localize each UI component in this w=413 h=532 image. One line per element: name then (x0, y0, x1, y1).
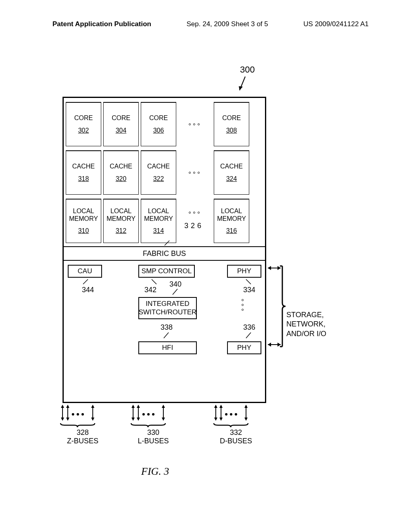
dots-icon (189, 123, 200, 125)
bottom-region: CAU 344 SMP CONTROL 342 340 INTEGR (64, 261, 265, 402)
svg-line-2 (165, 241, 169, 245)
memory-l2: MEMORY (217, 215, 246, 222)
core-label: CORE (222, 114, 241, 122)
cache-label: CACHE (220, 163, 243, 170)
z-bus-label: Z-BUSES (56, 437, 109, 445)
ref-314: 314 (153, 227, 164, 235)
header-center: Sep. 24, 2009 Sheet 3 of 5 (187, 20, 268, 28)
memory-l2: MEMORY (69, 215, 98, 222)
svg-marker-13 (268, 343, 271, 347)
memory-l1: LOCAL (73, 208, 94, 214)
svg-marker-10 (268, 266, 271, 270)
svg-marker-30 (137, 405, 140, 408)
header-right: US 2009/0241122 A1 (303, 20, 369, 28)
ref-324: 324 (226, 175, 237, 183)
dots-icon (142, 413, 154, 416)
memory-l2: MEMORY (144, 215, 173, 222)
hfi-label: HFI (162, 344, 173, 352)
z-bus-group: 328 Z-BUSES (56, 403, 109, 445)
arrow-300-icon (238, 77, 250, 97)
ref-334: 334 (243, 286, 255, 294)
svg-line-4 (152, 279, 156, 284)
figure-3-diagram: 300 CORE 302 CORE 304 CORE 306 CORE (48, 52, 359, 496)
ref-340: 340 (169, 280, 181, 289)
phy-bot-box: PHY (227, 341, 261, 354)
memory-label: LOCAL MEMORY (106, 208, 136, 222)
bus-ellipsis (72, 409, 84, 418)
svg-line-6 (164, 332, 169, 338)
core-label: CORE (112, 114, 130, 122)
ref-332: 332 (210, 428, 262, 437)
ref-338: 338 (161, 323, 173, 332)
phy-ellipsis (242, 299, 244, 311)
dots-icon (72, 413, 84, 416)
page-header: Patent Application Publication Sep. 24, … (0, 20, 413, 28)
storage-label: STORAGE, NETWORK, AND/OR I/O (286, 310, 326, 339)
dot-icon (242, 299, 244, 301)
leader-338-icon (164, 332, 172, 341)
d-bus-label: D-BUSES (210, 437, 262, 445)
svg-marker-19 (61, 418, 64, 421)
bus-ellipsis (142, 409, 154, 418)
svg-marker-28 (131, 418, 135, 421)
ref-302: 302 (78, 127, 89, 134)
smp-box: SMP CONTROL (138, 265, 195, 278)
memory-label: LOCAL MEMORY (217, 208, 246, 222)
cache-block-320: CACHE 320 (103, 150, 139, 195)
cache-block-318: CACHE 318 (66, 150, 101, 195)
storage-l1: STORAGE, (286, 311, 324, 319)
memory-row: LOCAL MEMORY 310 LOCAL MEMORY 312 LOCAL … (64, 199, 265, 243)
phy-top-box: PHY (227, 265, 261, 278)
svg-marker-40 (219, 418, 223, 421)
core-block-304: CORE 304 (103, 102, 139, 146)
core-row: CORE 302 CORE 304 CORE 306 CORE 308 (64, 102, 265, 146)
dot-icon (242, 304, 244, 306)
svg-marker-21 (66, 405, 69, 408)
memory-block-314: LOCAL MEMORY 314 (141, 199, 176, 243)
ref-328: 328 (56, 428, 109, 437)
cache-block-324: CACHE 324 (214, 150, 249, 195)
ref-318: 318 (78, 175, 89, 183)
core-label: CORE (74, 114, 93, 122)
memory-l1: LOCAL (148, 208, 169, 214)
svg-marker-24 (91, 405, 94, 408)
ref-330: 330 (127, 428, 179, 437)
svg-line-5 (173, 289, 177, 295)
phy-arrows-and-bracket-icon (268, 262, 286, 363)
ref-326: 326 (184, 222, 204, 230)
memory-l2: MEMORY (106, 215, 136, 222)
leader-344-icon (83, 278, 91, 287)
cache-label: CACHE (110, 163, 132, 170)
hfi-box: HFI (138, 341, 197, 354)
memory-label: LOCAL MEMORY (69, 208, 98, 222)
leader-342-icon (152, 278, 160, 287)
ref-322: 322 (153, 175, 164, 183)
bus-ellipsis (225, 409, 237, 418)
memory-l1: LOCAL (111, 208, 131, 214)
svg-marker-37 (214, 418, 217, 421)
ref-300: 300 (240, 64, 255, 75)
ref-336: 336 (243, 323, 255, 332)
ref-320: 320 (116, 175, 127, 183)
svg-marker-1 (239, 86, 243, 90)
l-bus-label: L-BUSES (127, 437, 179, 445)
svg-marker-39 (219, 405, 223, 408)
dots-icon (189, 172, 200, 174)
memory-block-310: LOCAL MEMORY 310 (66, 199, 101, 243)
isr-label: INTEGRATED SWITCH/ROUTER (139, 300, 197, 316)
storage-l3: AND/OR I/O (286, 330, 326, 338)
svg-line-7 (246, 279, 251, 284)
memory-label: LOCAL MEMORY (144, 208, 173, 222)
core-ellipsis (176, 102, 212, 146)
svg-marker-34 (162, 418, 165, 421)
ref-310: 310 (78, 227, 89, 235)
svg-line-3 (83, 279, 88, 284)
memory-block-316: LOCAL MEMORY 316 (214, 199, 249, 243)
core-block-306: CORE 306 (141, 102, 176, 146)
isr-box: INTEGRATED SWITCH/ROUTER (138, 297, 197, 319)
ref-308: 308 (226, 127, 237, 134)
dots-icon (189, 212, 200, 214)
memory-l1: LOCAL (221, 208, 242, 214)
leader-334-icon (246, 278, 254, 287)
fabric-bus-row: FABRIC BUS (64, 246, 265, 261)
